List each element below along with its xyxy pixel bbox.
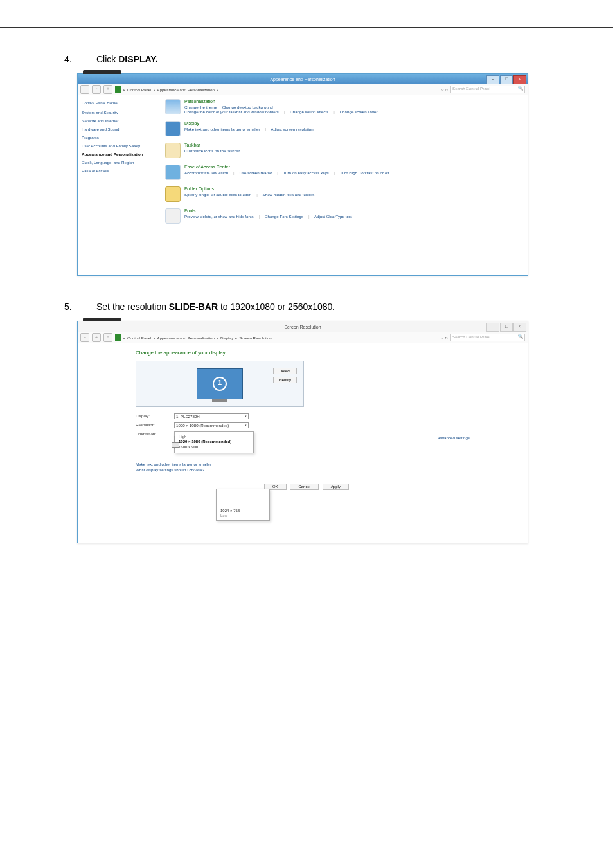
- breadcrumb-item[interactable]: Screen Resolution: [239, 336, 272, 340]
- window-tab-stub: [83, 70, 121, 74]
- control-panel-icon: [115, 334, 121, 341]
- search-placeholder: Search Control Panel: [452, 334, 490, 339]
- sidebar: Control Panel Home System and Security N…: [78, 95, 160, 275]
- monitor-number: 1: [213, 377, 227, 391]
- category-link[interactable]: Make text and other items larger or smal…: [184, 127, 260, 131]
- resolution-option[interactable]: 1024 × 768: [220, 509, 265, 512]
- folder-options-icon: [165, 186, 181, 202]
- sidebar-home[interactable]: Control Panel Home: [82, 100, 156, 105]
- refresh-label: v ↻: [441, 87, 448, 92]
- sidebar-item[interactable]: Clock, Language, and Region: [82, 160, 156, 165]
- window-tab-stub: [83, 318, 121, 321]
- resolution-popup[interactable]: High 1920 × 1080 (Recommended) 1600 × 90…: [174, 431, 254, 453]
- search-input[interactable]: Search Control Panel 🔍: [450, 86, 525, 93]
- display-select[interactable]: 1. PLE2782H ˅▾: [174, 413, 249, 419]
- breadcrumb-item[interactable]: Control Panel: [127, 336, 152, 340]
- maximize-button[interactable]: □: [500, 75, 513, 84]
- screenshot-screen-resolution: Screen Resolution – □ × ← → ↑ ▸ Control …: [77, 321, 528, 543]
- breadcrumb-item[interactable]: Display: [220, 336, 233, 340]
- step-keyword: DISPLAY.: [118, 54, 158, 64]
- sidebar-item-active[interactable]: Appearance and Personalization: [82, 152, 156, 157]
- step-text: Set the resolution: [96, 302, 166, 312]
- extra-link[interactable]: What display settings should I choose?: [136, 467, 470, 472]
- category-link[interactable]: Show hidden files and folders: [263, 192, 315, 197]
- breadcrumb[interactable]: ▸ Control Panel ▸ Appearance and Persona…: [115, 334, 439, 341]
- step-keyword: SLIDE-BAR: [169, 302, 218, 312]
- chevron-down-icon: ▾: [245, 414, 247, 418]
- content-area: Personalization Change the theme Change …: [160, 95, 528, 275]
- category-heading[interactable]: Ease of Access Center: [184, 165, 522, 169]
- taskbar-icon: [165, 143, 181, 158]
- search-icon: 🔍: [518, 334, 523, 339]
- breadcrumb-item[interactable]: Appearance and Personalization: [157, 336, 215, 340]
- identify-button[interactable]: Identify: [273, 377, 297, 383]
- close-button[interactable]: ×: [513, 323, 526, 332]
- category-link[interactable]: Adjust ClearType text: [314, 214, 352, 219]
- category-link[interactable]: Change sound effects: [290, 109, 328, 114]
- category-heading[interactable]: Fonts: [184, 208, 522, 213]
- breadcrumb-item[interactable]: Appearance and Personalization: [157, 87, 215, 92]
- resolution-low-label: Low: [220, 514, 265, 518]
- minimize-button[interactable]: –: [486, 75, 499, 84]
- step-number: 4.: [64, 54, 72, 64]
- step-text: Click: [96, 54, 116, 64]
- apply-button[interactable]: Apply: [323, 484, 349, 490]
- category-heading[interactable]: Folder Options: [184, 186, 522, 191]
- up-button[interactable]: ↑: [103, 333, 112, 342]
- sidebar-item[interactable]: Ease of Access: [82, 168, 156, 174]
- search-placeholder: Search Control Panel: [452, 86, 490, 91]
- category-link[interactable]: Change the color of your taskbar and win…: [184, 109, 279, 114]
- category-link[interactable]: Change Font Settings: [265, 214, 303, 219]
- category-link[interactable]: Change desktop background: [222, 105, 273, 109]
- category-link[interactable]: Adjust screen resolution: [271, 127, 314, 131]
- page-top-rule: [0, 15, 613, 28]
- detect-button[interactable]: Detect: [273, 368, 297, 374]
- category-heading[interactable]: Taskbar: [184, 143, 522, 147]
- fonts-icon: [165, 208, 181, 224]
- forward-button[interactable]: →: [92, 85, 101, 94]
- personalization-icon: [165, 99, 181, 114]
- monitor-icon[interactable]: 1: [197, 368, 243, 399]
- category-link[interactable]: Change screen saver: [340, 109, 378, 114]
- category-link[interactable]: Turn on easy access keys: [283, 170, 329, 175]
- breadcrumb[interactable]: ▸ Control Panel ▸ Appearance and Persona…: [115, 86, 439, 93]
- resolution-recommended[interactable]: 1920 × 1080 (Recommended): [179, 440, 249, 444]
- orientation-label: Orientation:: [136, 431, 174, 436]
- close-button[interactable]: ×: [513, 75, 526, 84]
- category-link[interactable]: Preview, delete, or show and hide fonts: [184, 214, 254, 219]
- up-button[interactable]: ↑: [103, 85, 112, 94]
- resolution-select[interactable]: 1920 × 1080 (Recommended)▾: [174, 422, 249, 428]
- step-number: 5.: [64, 302, 72, 312]
- address-bar: ← → ↑ ▸ Control Panel ▸ Appearance and P…: [78, 84, 528, 95]
- category-link[interactable]: Change the theme: [184, 105, 217, 109]
- maximize-button[interactable]: □: [500, 323, 513, 332]
- sidebar-item[interactable]: Programs: [82, 135, 156, 140]
- minimize-button[interactable]: –: [486, 323, 499, 332]
- address-bar: ← → ↑ ▸ Control Panel ▸ Appearance and P…: [78, 332, 528, 343]
- category-link[interactable]: Turn High Contrast on or off: [340, 170, 389, 175]
- category-link[interactable]: Use screen reader: [239, 170, 272, 175]
- resolution-option[interactable]: 1600 × 900: [179, 445, 249, 449]
- breadcrumb-item[interactable]: Control Panel: [127, 87, 152, 92]
- extra-link[interactable]: Make text and other items larger or smal…: [136, 462, 470, 466]
- cancel-button[interactable]: Cancel: [290, 484, 319, 490]
- category-link[interactable]: Customize icons on the taskbar: [184, 149, 240, 153]
- resolution-popup-lower[interactable]: 1024 × 768 Low: [216, 489, 270, 521]
- sidebar-item[interactable]: Network and Internet: [82, 118, 156, 123]
- slider-thumb[interactable]: [172, 442, 179, 448]
- category-heading[interactable]: Display: [184, 121, 522, 125]
- forward-button[interactable]: →: [92, 333, 101, 342]
- category-heading[interactable]: Personalization: [184, 99, 522, 104]
- back-button[interactable]: ←: [80, 333, 89, 342]
- chevron-down-icon: ▾: [245, 423, 247, 427]
- search-input[interactable]: Search Control Panel 🔍: [450, 334, 525, 341]
- resolution-high-label: High: [179, 435, 249, 439]
- category-link[interactable]: Accommodate low vision: [184, 170, 228, 175]
- sidebar-item[interactable]: System and Security: [82, 110, 156, 115]
- category-link[interactable]: Specify single- or double-click to open: [184, 192, 251, 197]
- window-title: Screen Resolution: [284, 325, 321, 329]
- sidebar-item[interactable]: User Accounts and Family Safety: [82, 143, 156, 149]
- back-button[interactable]: ←: [80, 85, 89, 94]
- sidebar-item[interactable]: Hardware and Sound: [82, 127, 156, 132]
- refresh-label: v ↻: [441, 336, 448, 340]
